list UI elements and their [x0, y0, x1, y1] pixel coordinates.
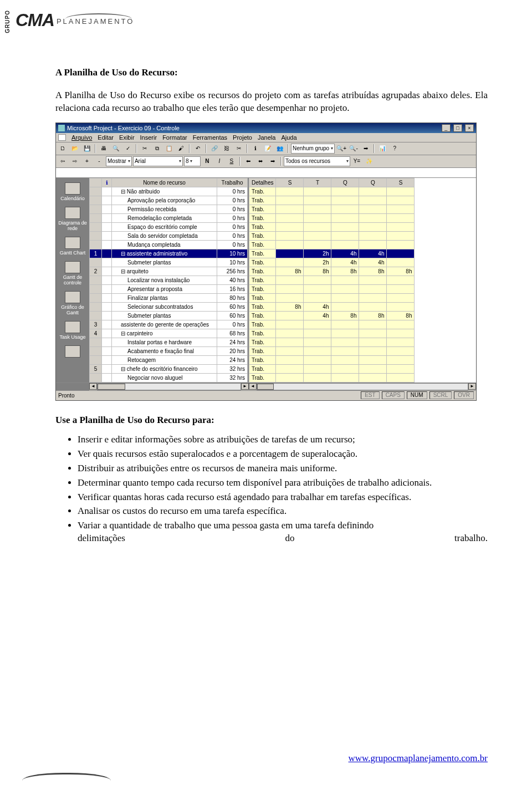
- zoom-out-icon[interactable]: 🔍-: [348, 144, 359, 154]
- expand-icon[interactable]: +: [81, 156, 93, 166]
- assign-icon[interactable]: 👥: [274, 144, 285, 154]
- table-row[interactable]: Aprovação pela corporação0 hrs: [90, 196, 248, 205]
- table-row[interactable]: Apresentar a proposta16 hrs: [90, 284, 248, 293]
- table-row[interactable]: 3 assistente do gerente de operações0 hr…: [90, 320, 248, 329]
- day-header[interactable]: Q: [331, 178, 359, 187]
- day-header[interactable]: S: [276, 178, 304, 187]
- table-row[interactable]: ⊟ Não atribuido0 hrs: [90, 187, 248, 196]
- entry-bar[interactable]: [56, 168, 476, 178]
- table-row[interactable]: Trab.8h8h8h8h8h: [249, 267, 415, 276]
- minimize-button[interactable]: _: [442, 124, 451, 132]
- table-row[interactable]: 5⊟ chefe do escritório financeiro32 hrs: [90, 364, 248, 373]
- menu-exibir[interactable]: Exibir: [119, 134, 135, 141]
- new-icon[interactable]: 🗋: [57, 144, 68, 154]
- cut-icon[interactable]: ✂: [139, 144, 150, 154]
- view-task-usage[interactable]: Task Usage: [58, 320, 88, 343]
- day-header[interactable]: S: [387, 178, 415, 187]
- maximize-button[interactable]: □: [453, 124, 462, 132]
- paste-icon[interactable]: 📋: [163, 144, 175, 154]
- preview-icon[interactable]: 🔍: [110, 144, 121, 154]
- split-icon[interactable]: ✂: [233, 144, 244, 154]
- save-icon[interactable]: 💾: [81, 144, 93, 154]
- table-row[interactable]: Acabamento e fixação final20 hrs: [90, 346, 248, 355]
- work-col-header[interactable]: Trabalho: [217, 178, 248, 187]
- spell-icon[interactable]: ✓: [122, 144, 134, 154]
- align-left-icon[interactable]: ⬅: [243, 156, 254, 166]
- note-icon[interactable]: 📝: [262, 144, 273, 154]
- scroll-right-icon[interactable]: ►: [468, 383, 476, 390]
- italic-icon[interactable]: I: [214, 156, 225, 166]
- table-row[interactable]: Submeter plantas10 hrs: [90, 258, 248, 267]
- scroll-thumb[interactable]: [98, 384, 125, 390]
- view-calendario[interactable]: Calendário: [58, 181, 88, 205]
- table-row[interactable]: Mudança completada0 hrs: [90, 240, 248, 249]
- font-combo[interactable]: Arial▾: [133, 156, 183, 166]
- titlebar[interactable]: Microsoft Project - Exercicio 09 - Contr…: [56, 123, 476, 133]
- chart-icon[interactable]: 📊: [377, 144, 388, 154]
- filter-combo[interactable]: Todos os recursos▾: [284, 156, 350, 166]
- outdent-icon[interactable]: ⇦: [57, 156, 68, 166]
- open-icon[interactable]: 📂: [69, 144, 80, 154]
- table-row[interactable]: Trab.: [249, 355, 415, 364]
- table-row[interactable]: Trab.: [249, 240, 415, 249]
- details-col-header[interactable]: Detalhes: [249, 178, 276, 187]
- day-header[interactable]: Q: [359, 178, 387, 187]
- collapse-icon[interactable]: -: [94, 156, 105, 166]
- right-grid[interactable]: Detalhes S T Q Q S Trab.Trab.Trab.Trab.T…: [249, 178, 476, 383]
- table-row[interactable]: 1⊟ assistente administrativo10 hrs: [90, 249, 248, 258]
- table-row[interactable]: Trab.: [249, 187, 415, 196]
- align-right-icon[interactable]: ➡: [267, 156, 278, 166]
- table-row[interactable]: Trab.2h4h4h: [249, 258, 415, 267]
- row-header-col[interactable]: [90, 178, 102, 187]
- table-row[interactable]: 4⊟ carpinteiro68 hrs: [90, 329, 248, 338]
- table-row[interactable]: Instalar portas e hardware24 hrs: [90, 338, 248, 346]
- menu-formatar[interactable]: Formatar: [162, 134, 187, 141]
- show-combo[interactable]: Mostrar▾: [106, 156, 132, 166]
- view-more[interactable]: [58, 344, 88, 362]
- menu-inserir[interactable]: Inserir: [140, 134, 157, 141]
- table-row[interactable]: Trab.: [249, 338, 415, 346]
- table-row[interactable]: Trab.: [249, 320, 415, 329]
- table-row[interactable]: Submeter plantas60 hrs: [90, 311, 248, 320]
- zoom-in-icon[interactable]: 🔍+: [336, 144, 347, 154]
- underline-icon[interactable]: S: [226, 156, 237, 166]
- print-icon[interactable]: 🖶: [98, 144, 109, 154]
- table-row[interactable]: Trab.: [249, 364, 415, 373]
- table-row[interactable]: Trab.: [249, 276, 415, 284]
- wand-icon[interactable]: ✨: [364, 156, 375, 166]
- align-center-icon[interactable]: ⬌: [255, 156, 266, 166]
- table-row[interactable]: Localizar nova instalação40 hrs: [90, 276, 248, 284]
- table-row[interactable]: Trab.: [249, 196, 415, 205]
- table-row[interactable]: Trab.4h8h8h8h: [249, 311, 415, 320]
- table-row[interactable]: Remodelação completada0 hrs: [90, 213, 248, 222]
- footer-link[interactable]: www.grupocmaplanejamento.com.br: [349, 753, 488, 764]
- help-icon[interactable]: ?: [389, 144, 400, 154]
- menu-arquivo[interactable]: Arquivo: [71, 134, 92, 141]
- table-row[interactable]: Trab.: [249, 205, 415, 213]
- format-painter-icon[interactable]: 🖌: [176, 144, 187, 154]
- table-row[interactable]: Trab.2h4h4h: [249, 249, 415, 258]
- table-row[interactable]: Trab.: [249, 293, 415, 302]
- scroll-left-icon[interactable]: ◄: [89, 383, 97, 390]
- info-col-header[interactable]: ℹ: [102, 178, 112, 187]
- goto-icon[interactable]: ➡: [360, 144, 371, 154]
- menu-ajuda[interactable]: Ajuda: [281, 134, 296, 141]
- group-combo[interactable]: Nenhum grupo▾: [291, 144, 335, 154]
- copy-icon[interactable]: ⧉: [151, 144, 162, 154]
- info-icon[interactable]: ℹ: [250, 144, 261, 154]
- table-row[interactable]: Trab.: [249, 346, 415, 355]
- menu-projeto[interactable]: Projeto: [233, 134, 252, 141]
- scroll-thumb[interactable]: [257, 384, 274, 390]
- table-row[interactable]: 2⊟ arquiteto256 hrs: [90, 267, 248, 276]
- table-row[interactable]: Sala do servidor completada0 hrs: [90, 231, 248, 240]
- table-row[interactable]: Negociar novo aluguel32 hrs: [90, 373, 248, 382]
- link-icon[interactable]: 🔗: [209, 144, 220, 154]
- scroll-track-right[interactable]: [257, 383, 468, 390]
- table-row[interactable]: Trab.: [249, 231, 415, 240]
- fontsize-combo[interactable]: 8▾: [184, 156, 201, 166]
- view-gantt-controle[interactable]: Gantt de controle: [58, 260, 88, 289]
- table-row[interactable]: Trab.: [249, 213, 415, 222]
- table-row[interactable]: Selecionar subcontratados60 hrs: [90, 302, 248, 311]
- table-row[interactable]: Trab.: [249, 329, 415, 338]
- table-row[interactable]: Permissão recebida0 hrs: [90, 205, 248, 213]
